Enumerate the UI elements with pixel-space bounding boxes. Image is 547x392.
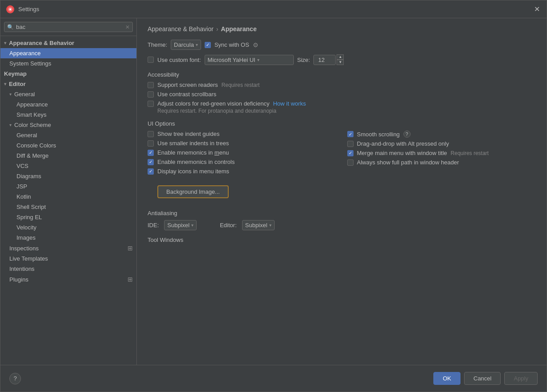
red-green-row: Adjust colors for red-green vision defic… [148,100,536,107]
clear-icon[interactable]: ✕ [125,24,130,30]
plugins-badge: ⊞ [127,276,133,283]
inspections-badge: ⊞ [127,245,133,252]
display-icons-checkbox[interactable] [148,168,154,175]
apply-button[interactable]: Apply [504,372,538,385]
ide-antialiasing-select[interactable]: Subpixel ▾ [164,220,197,230]
action-buttons: OK Cancel Apply [433,372,538,385]
sidebar-item-smart-keys[interactable]: Smart Keys [0,110,136,120]
mnemonics-controls-label: Enable mnemonics in controls [157,159,234,165]
search-input[interactable] [16,24,123,30]
editor-label: Editor: [220,222,237,229]
sidebar-item-plugins[interactable]: Plugins ⊞ [0,274,136,285]
sidebar-item-intentions[interactable]: Intentions [0,264,136,274]
sidebar-item-color-scheme[interactable]: ▾ Color Scheme [0,120,136,130]
ok-button[interactable]: OK [433,372,461,385]
full-path-label: Always show full path in window header [357,159,459,166]
antialiasing-title: Antialiasing [148,210,536,216]
merge-menu-checkbox[interactable] [347,150,354,156]
background-image-button[interactable]: Background Image... [157,185,229,198]
sidebar-label: Live Templates [9,255,48,262]
sidebar-item-appearance[interactable]: Appearance [0,48,136,58]
tree-indent-row: Show tree indent guides [148,131,337,137]
contrast-scrollbars-checkbox[interactable] [148,91,154,98]
expand-arrow: ▾ [9,92,12,97]
help-button[interactable]: ? [9,373,21,384]
search-wrapper: 🔍 ✕ [4,22,133,32]
sidebar-label: Kotlin [16,193,31,200]
sidebar-item-jsp[interactable]: JSP [0,181,136,192]
merge-menu-row: Merge main menu with window title Requir… [347,150,536,156]
full-path-checkbox[interactable] [347,159,354,166]
sidebar-label: General [14,91,35,98]
dialog-title: Settings [18,6,39,12]
sidebar-label: Appearance [9,50,41,57]
spin-down[interactable]: ▼ [337,60,344,65]
sidebar-item-kotlin[interactable]: Kotlin [0,192,136,202]
size-input[interactable] [313,55,336,65]
red-green-section: Adjust colors for red-green vision defic… [148,100,536,114]
sidebar-item-shell-script[interactable]: Shell Script [0,202,136,212]
theme-select[interactable]: Darcula ▾ [171,40,201,50]
sidebar-item-general-cs[interactable]: General [0,130,136,140]
ide-label: IDE: [148,222,159,229]
ui-options-grid: Show tree indent guides Use smaller inde… [148,131,536,177]
search-box: 🔍 ✕ [0,18,136,36]
sidebar-item-appearance-behavior[interactable]: ▾ Appearance & Behavior [0,38,136,48]
merge-menu-label: Merge main menu with window title [357,150,447,156]
mnemonics-menu-row: Enable mnemonics in menu [148,149,337,156]
full-path-row: Always show full path in window header [347,159,536,166]
drag-drop-checkbox[interactable] [347,141,354,147]
gear-icon[interactable]: ⚙ [253,41,259,49]
antialiasing-row: IDE: Subpixel ▾ Editor: Subpixel ▾ [148,220,536,230]
sync-os-checkbox[interactable] [205,42,211,48]
red-green-checkbox[interactable] [148,101,154,107]
sidebar-item-spring-el[interactable]: Spring EL [0,212,136,222]
spin-up[interactable]: ▲ [337,54,344,60]
contrast-scrollbars-row: Use contrast scrollbars [148,91,536,98]
smooth-scrolling-label: Smooth scrolling [357,131,400,138]
font-select[interactable]: Microsoft YaHei UI ▾ [205,55,294,65]
contrast-scrollbars-label: Use contrast scrollbars [157,91,216,98]
sidebar-item-console-colors[interactable]: Console Colors [0,140,136,151]
mnemonics-controls-checkbox[interactable] [148,159,154,165]
sidebar-label: Intentions [9,265,34,272]
tool-windows-title: Tool Windows [148,237,536,243]
mnemonics-menu-checkbox[interactable] [148,150,154,156]
custom-font-checkbox[interactable] [148,57,154,63]
sidebar-item-general[interactable]: ▾ General [0,89,136,99]
sidebar-label: Diagrams [16,173,41,180]
merge-menu-note: Requires restart [451,150,489,156]
tree-indent-label: Show tree indent guides [157,131,219,137]
how-it-works-link[interactable]: How it works [273,100,306,107]
sidebar-item-vcs[interactable]: VCS [0,161,136,171]
content-area: Appearance & Behavior › Appearance Theme… [137,18,547,365]
smaller-indents-checkbox[interactable] [148,140,154,147]
sidebar-item-velocity[interactable]: Velocity [0,222,136,233]
cancel-button[interactable]: Cancel [464,372,501,385]
sidebar-item-live-templates[interactable]: Live Templates [0,253,136,264]
smooth-scrolling-help[interactable]: ? [403,131,411,138]
screen-readers-row: Support screen readers Requires restart [148,82,536,88]
sidebar-item-appearance-sub[interactable]: Appearance [0,99,136,110]
bg-image-wrapper: Background Image... [148,182,536,204]
sidebar-item-images[interactable]: Images [0,233,136,243]
ui-options-title: UI Options [148,120,536,127]
theme-row: Theme: Darcula ▾ Sync with OS ⚙ [148,40,536,50]
app-icon [6,5,15,14]
close-button[interactable]: ✕ [532,5,541,14]
sidebar-item-inspections[interactable]: Inspections ⊞ [0,243,136,253]
sidebar-item-diagrams[interactable]: Diagrams [0,171,136,181]
sidebar: 🔍 ✕ ▾ Appearance & Behavior Appearance S… [0,18,137,365]
display-icons-row: Display icons in menu items [148,168,337,175]
sidebar-item-diff-merge[interactable]: Diff & Merge [0,151,136,161]
theme-label: Theme: [148,41,167,48]
editor-antialiasing-select[interactable]: Subpixel ▾ [242,220,275,230]
sidebar-item-system-settings[interactable]: System Settings [0,58,136,69]
screen-readers-checkbox[interactable] [148,82,154,88]
mnemonics-menu-label: Enable mnemonics in menu [157,149,229,156]
title-bar-left: Settings [6,5,39,14]
sidebar-item-keymap[interactable]: Keymap [0,69,136,79]
sidebar-item-editor[interactable]: ▾ Editor [0,79,136,89]
tree-indent-checkbox[interactable] [148,131,154,137]
smooth-scrolling-checkbox[interactable] [347,131,354,137]
